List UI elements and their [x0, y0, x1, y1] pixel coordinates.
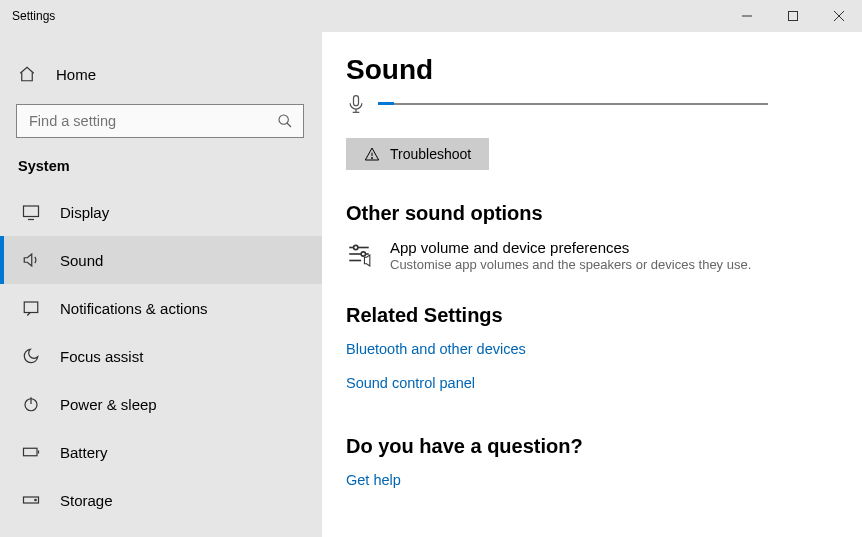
svg-point-1: [279, 115, 288, 124]
search-icon: [277, 113, 293, 129]
sidebar-item-power-sleep[interactable]: Power & sleep: [0, 380, 322, 428]
svg-point-10: [354, 245, 358, 249]
search-input[interactable]: [27, 112, 277, 130]
mic-level-bar: [378, 103, 768, 105]
sidebar-item-label: Display: [60, 204, 109, 221]
troubleshoot-button[interactable]: Troubleshoot: [346, 138, 489, 170]
page-title: Sound: [346, 54, 838, 86]
sidebar-item-label: Power & sleep: [60, 396, 157, 413]
question-heading: Do you have a question?: [346, 435, 838, 458]
svg-rect-0: [789, 12, 798, 21]
sidebar-item-focus-assist[interactable]: Focus assist: [0, 332, 322, 380]
sidebar-item-label: Focus assist: [60, 348, 143, 365]
sidebar-item-label: Sound: [60, 252, 103, 269]
focus-assist-icon: [22, 347, 40, 365]
content: Sound Troubleshoot: [322, 32, 862, 537]
sidebar-item-label: Battery: [60, 444, 108, 461]
mic-level-row: [346, 94, 838, 114]
related-settings-heading: Related Settings: [346, 304, 838, 327]
microphone-icon: [346, 94, 366, 114]
svg-point-7: [35, 499, 37, 501]
sidebar-nav: Display Sound No: [0, 188, 322, 524]
maximize-button[interactable]: [770, 0, 816, 32]
warning-icon: [364, 146, 380, 162]
window-title: Settings: [12, 9, 55, 23]
sidebar-section-label: System: [0, 158, 322, 174]
search-box[interactable]: [16, 104, 304, 138]
option-subtitle: Customise app volumes and the speakers o…: [390, 257, 751, 272]
power-icon: [22, 395, 40, 413]
sidebar: Home System: [0, 32, 322, 537]
link-get-help[interactable]: Get help: [346, 472, 401, 488]
svg-rect-2: [24, 206, 39, 217]
notifications-icon: [22, 299, 40, 317]
sliders-icon: [346, 239, 372, 267]
svg-point-11: [361, 252, 365, 256]
sidebar-item-display[interactable]: Display: [0, 188, 322, 236]
sidebar-home[interactable]: Home: [0, 54, 322, 94]
sidebar-item-battery[interactable]: Battery: [0, 428, 322, 476]
battery-icon: [22, 443, 40, 461]
svg-rect-5: [24, 448, 38, 456]
storage-icon: [22, 491, 40, 509]
sidebar-item-label: Storage: [60, 492, 113, 509]
option-title: App volume and device preferences: [390, 239, 751, 256]
svg-rect-3: [24, 302, 38, 313]
svg-rect-8: [354, 96, 359, 106]
close-button[interactable]: [816, 0, 862, 32]
other-sound-options-heading: Other sound options: [346, 202, 838, 225]
sound-icon: [22, 251, 40, 269]
titlebar: Settings: [0, 0, 862, 32]
link-sound-control-panel[interactable]: Sound control panel: [346, 375, 475, 391]
link-bluetooth-devices[interactable]: Bluetooth and other devices: [346, 341, 526, 357]
sidebar-item-storage[interactable]: Storage: [0, 476, 322, 524]
app-volume-preferences[interactable]: App volume and device preferences Custom…: [346, 239, 838, 272]
sidebar-item-sound[interactable]: Sound: [0, 236, 322, 284]
sidebar-home-label: Home: [56, 66, 96, 83]
svg-point-9: [371, 157, 372, 158]
settings-window: Settings Home: [0, 0, 862, 537]
home-icon: [18, 65, 36, 83]
minimize-button[interactable]: [724, 0, 770, 32]
troubleshoot-label: Troubleshoot: [390, 146, 471, 162]
sidebar-item-notifications[interactable]: Notifications & actions: [0, 284, 322, 332]
sidebar-item-label: Notifications & actions: [60, 300, 208, 317]
display-icon: [22, 203, 40, 221]
